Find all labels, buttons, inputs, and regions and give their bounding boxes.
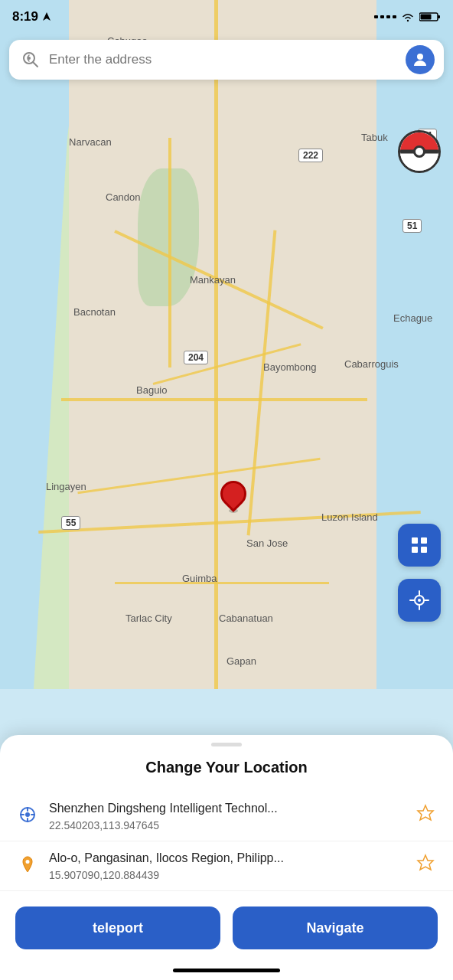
location-info-1: Shenzhen Dingsheng Intelligent Technol..… <box>49 801 413 831</box>
svg-marker-23 <box>418 855 433 870</box>
svg-marker-0 <box>43 12 51 21</box>
location-info-2: Alo-o, Pangasinan, Ilocos Region, Philip… <box>49 851 413 881</box>
pokeball-button[interactable] <box>398 130 441 173</box>
location-pin <box>220 481 246 513</box>
road-v2 <box>168 138 171 368</box>
locate-button[interactable] <box>398 579 441 622</box>
route-badge: 51 <box>402 219 422 233</box>
address-input[interactable] <box>49 52 399 67</box>
svg-rect-4 <box>421 15 432 20</box>
land-mass <box>69 0 376 689</box>
map-layers-button[interactable] <box>398 524 441 567</box>
navigate-button[interactable]: Navigate <box>233 906 438 949</box>
star-button-2[interactable] <box>413 851 438 875</box>
pin-icon <box>15 852 40 877</box>
list-item[interactable]: Alo-o, Pangasinan, Ilocos Region, Philip… <box>0 841 453 891</box>
svg-point-22 <box>26 860 30 864</box>
pokeball-center <box>413 145 425 158</box>
list-item[interactable]: Shenzhen Dingsheng Intelligent Technol..… <box>0 792 453 841</box>
location-search-icon <box>18 47 43 72</box>
svg-rect-11 <box>412 547 418 553</box>
time-display: 8:19 <box>12 9 38 24</box>
map-view[interactable]: CabugaoNarvacanTabukCandonMankayanBacnot… <box>0 0 453 689</box>
location-coords-1: 22.540203,113.947645 <box>49 819 413 831</box>
history-icon <box>15 802 40 827</box>
svg-rect-10 <box>421 537 427 544</box>
svg-point-20 <box>25 812 30 817</box>
signal-icon <box>374 15 396 18</box>
svg-point-8 <box>417 54 423 60</box>
battery-icon <box>419 11 441 22</box>
svg-marker-21 <box>418 805 433 820</box>
svg-line-6 <box>33 62 37 67</box>
status-icons <box>374 11 441 22</box>
search-bar[interactable] <box>9 40 444 80</box>
bottom-sheet: Change Your Location Shenzhen Dingsheng … <box>0 735 453 980</box>
status-bar: 8:19 <box>0 0 453 34</box>
svg-point-1 <box>407 20 409 21</box>
location-name-1: Shenzhen Dingsheng Intelligent Technol..… <box>49 801 413 817</box>
route-badge: 55 <box>61 516 80 530</box>
svg-point-14 <box>418 599 421 602</box>
road-horizontal-1 <box>61 398 367 401</box>
profile-button[interactable] <box>406 45 435 74</box>
wifi-icon <box>401 11 415 22</box>
svg-point-7 <box>28 57 31 60</box>
pin-head <box>215 475 252 512</box>
road-h3 <box>115 582 329 584</box>
location-arrow-icon <box>41 11 52 22</box>
status-time: 8:19 <box>12 9 52 24</box>
star-button-1[interactable] <box>413 801 438 825</box>
action-buttons: teleport Navigate <box>0 891 453 949</box>
svg-rect-3 <box>438 15 440 18</box>
route-badge: 204 <box>184 351 208 364</box>
svg-rect-9 <box>412 537 418 544</box>
location-coords-2: 15.907090,120.884439 <box>49 869 413 881</box>
sheet-title: Change Your Location <box>0 759 453 776</box>
route-badge: 222 <box>298 149 323 162</box>
svg-rect-12 <box>421 547 427 553</box>
location-name-2: Alo-o, Pangasinan, Ilocos Region, Philip… <box>49 851 413 867</box>
road-vertical-1 <box>214 0 218 689</box>
teleport-button[interactable]: teleport <box>15 906 220 949</box>
sheet-handle[interactable] <box>211 743 242 746</box>
home-indicator <box>173 969 280 972</box>
map-background <box>0 0 453 689</box>
